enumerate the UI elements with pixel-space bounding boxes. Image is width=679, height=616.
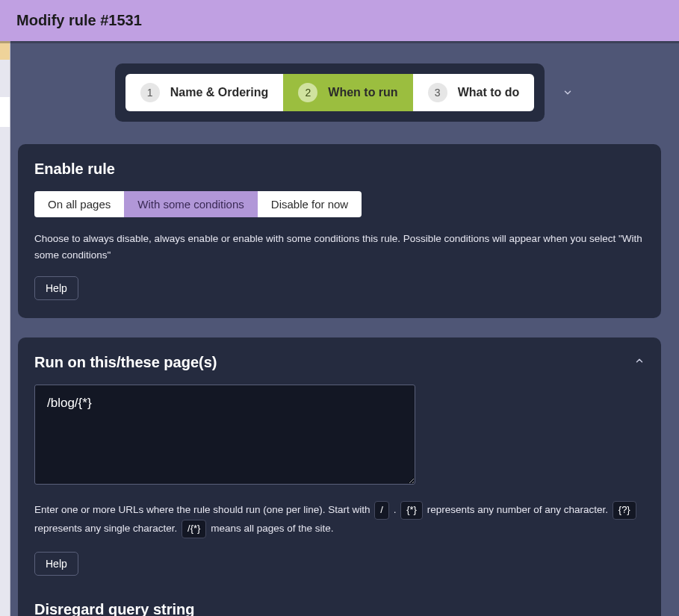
enable-rule-options: On all pages With some conditions Disabl…	[34, 191, 362, 217]
stepper-expand-button[interactable]	[561, 86, 574, 99]
code-chip-star: {*}	[400, 501, 423, 520]
step-what-to-do[interactable]: 3 What to do	[413, 74, 535, 111]
step-number: 2	[298, 83, 317, 102]
help-button[interactable]: Help	[34, 552, 78, 576]
chevron-up-icon	[634, 355, 645, 366]
code-chip-slash: /	[374, 501, 389, 520]
step-when-to-run[interactable]: 2 When to run	[283, 74, 412, 111]
card-title: Disregard query string	[34, 601, 645, 616]
enable-rule-hint: Choose to always disable, always enable …	[34, 231, 645, 263]
code-chip-question: {?}	[613, 501, 636, 520]
help-button[interactable]: Help	[34, 276, 78, 300]
option-on-all-pages[interactable]: On all pages	[34, 191, 124, 217]
modal-header: Modify rule #1531	[0, 0, 679, 41]
option-disable-for-now[interactable]: Disable for now	[258, 191, 362, 217]
step-number: 3	[428, 83, 447, 102]
left-cropped-panel	[0, 0, 10, 616]
wizard-stepper: 1 Name & Ordering 2 When to run 3 What t…	[115, 63, 545, 122]
modal-title: Modify rule #1531	[16, 12, 142, 28]
pages-hint: Enter one or more URLs where the rule sh…	[34, 501, 645, 538]
pages-urls-input[interactable]	[34, 385, 415, 485]
step-label: When to run	[328, 86, 397, 99]
code-chip-all: /{*}	[182, 520, 206, 538]
collapse-button[interactable]	[634, 355, 645, 369]
step-label: Name & Ordering	[170, 86, 269, 99]
chevron-down-icon	[562, 87, 573, 98]
card-title: Enable rule	[34, 161, 645, 178]
step-number: 1	[140, 83, 160, 102]
option-with-conditions[interactable]: With some conditions	[124, 191, 258, 217]
enable-rule-card: Enable rule On all pages With some condi…	[18, 144, 661, 318]
step-name-ordering[interactable]: 1 Name & Ordering	[125, 74, 284, 111]
card-title: Run on this/these page(s)	[34, 354, 645, 371]
step-label: What to do	[458, 86, 520, 99]
run-on-pages-card: Run on this/these page(s) Enter one or m…	[18, 337, 661, 616]
